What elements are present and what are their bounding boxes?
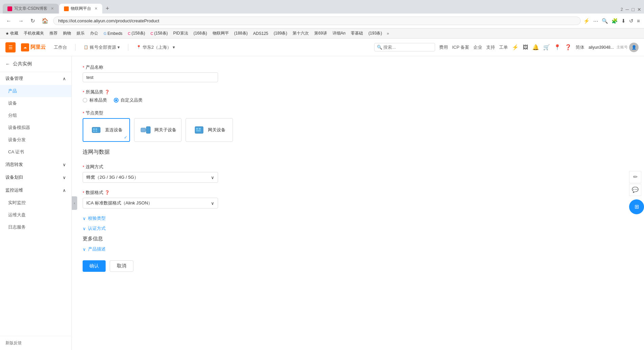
avatar[interactable]: 👤	[629, 43, 639, 52]
sidebar-section-title-device-mgmt[interactable]: 设备管理 ∧	[0, 72, 71, 85]
bookmark-office[interactable]: 办公	[88, 30, 100, 37]
bookmark-favorites[interactable]: ★ 收藏	[3, 30, 20, 37]
cancel-button[interactable]: 取消	[110, 260, 133, 272]
radio-standard-category[interactable]: 标准品类	[83, 97, 107, 103]
product-name-input[interactable]	[83, 72, 218, 82]
bookmark-193[interactable]: (193条)	[366, 30, 384, 37]
float-grid-btn[interactable]: ⊞	[629, 199, 644, 214]
hamburger-menu-btn[interactable]: ☰	[5, 42, 16, 52]
forward-nav-btn[interactable]: →	[16, 17, 26, 25]
sidebar-item-distribution[interactable]: 设备分发	[0, 134, 71, 146]
bookmark-158a[interactable]: C (158条)	[126, 30, 147, 37]
maximize-btn[interactable]: □	[632, 7, 635, 12]
sidebar-item-logs[interactable]: 日志服务	[0, 221, 71, 233]
support-link[interactable]: 支持	[486, 44, 495, 50]
location-nav-icon[interactable]: 📍	[554, 44, 561, 50]
data-format-help-icon[interactable]: ❓	[105, 190, 110, 195]
node-card-direct[interactable]: 直连设备	[83, 118, 130, 142]
picture-icon[interactable]: 🖼	[523, 44, 528, 50]
bookmark-iot[interactable]: 物联网平	[211, 30, 231, 37]
back-nav-btn[interactable]: ←	[4, 17, 14, 25]
sidebar-back-header[interactable]: ← 公共实例	[0, 56, 71, 72]
lang-label[interactable]: 简体	[576, 44, 584, 50]
address-input[interactable]	[53, 17, 581, 25]
help-icon[interactable]: ❓	[565, 44, 572, 50]
sidebar-item-realtime[interactable]: 实时监控	[0, 197, 71, 209]
new-tab-button[interactable]: +	[103, 4, 112, 14]
tab-csdn[interactable]: 写文章-CSDN博客 ✕	[3, 4, 59, 14]
home-btn[interactable]: 🏠	[40, 17, 50, 25]
workorder-link[interactable]: 工单	[499, 44, 508, 50]
workspace-nav[interactable]: 工作台	[51, 43, 70, 52]
network-select[interactable]: 蜂窝（2G / 3G / 4G / 5G） ∨	[83, 172, 218, 183]
bookmarks-more[interactable]: »	[387, 31, 389, 36]
bookmark-shop[interactable]: 购物	[61, 30, 73, 37]
extensions-icon[interactable]: 🧩	[611, 18, 618, 24]
tab-close-csdn[interactable]: ✕	[51, 6, 54, 11]
radio-custom-category[interactable]: 自定义品类	[114, 97, 143, 103]
back-arrow-icon: ←	[5, 61, 10, 67]
bookmark-recommend[interactable]: 推荐	[47, 30, 60, 37]
bookmark-an[interactable]: 详细An	[330, 30, 348, 37]
sidebar-item-device[interactable]: 设备	[0, 97, 71, 109]
region-nav[interactable]: 📍 华东2（上海） ▾	[134, 43, 178, 52]
refresh-btn[interactable]: ↻	[28, 17, 37, 25]
user-info[interactable]: aliyun39048... 主账号 👤	[588, 43, 639, 52]
history-icon[interactable]: ↺	[629, 18, 634, 24]
new-feedback-btn[interactable]: 新版反馈	[5, 341, 22, 345]
new-feedback-container: 新版反馈	[0, 336, 71, 350]
verify-type-row[interactable]: ∨ 校验类型	[83, 215, 633, 221]
tab-iot[interactable]: 物联网平台 ✕	[59, 4, 102, 14]
download-icon[interactable]: ⬇	[621, 18, 626, 24]
float-edit-btn[interactable]: ✏	[629, 171, 641, 183]
close-btn[interactable]: ✕	[637, 7, 641, 12]
minimize-btn[interactable]: ─	[626, 7, 629, 12]
bookmark-189[interactable]: (189条)	[272, 30, 289, 37]
float-chat-btn[interactable]: 💬	[629, 184, 641, 196]
account-nav[interactable]: 📋 账号全部资源 ▾	[81, 43, 123, 52]
bookmark-168[interactable]: (168条)	[192, 30, 209, 37]
more-icon[interactable]: ⋯	[593, 18, 598, 24]
confirm-button[interactable]: 确认	[83, 260, 106, 272]
sidebar-item-ops[interactable]: 运维大盘	[0, 209, 71, 221]
bookmark-16th[interactable]: 第十六次	[291, 30, 311, 37]
sidebar-section-title-monitor[interactable]: 监控运维 ∧	[0, 184, 71, 197]
icp-link[interactable]: ICP 备案	[452, 44, 469, 50]
node-card-gateway[interactable]: 网关设备	[186, 118, 233, 142]
search-icon[interactable]: 🔍	[602, 18, 608, 24]
bookmark-zero[interactable]: 零基础	[349, 30, 365, 37]
bookmark-pid[interactable]: PID算法	[171, 30, 190, 37]
sidebar-section-title-assign[interactable]: 设备划归 ∨	[0, 171, 71, 184]
lightning-nav-icon[interactable]: ⚡	[512, 44, 519, 50]
sidebar-section-monitor: 监控运维 ∧ 实时监控 运维大盘 日志服务	[0, 184, 71, 233]
bookmark-entertainment[interactable]: 娱乐	[74, 30, 87, 37]
node-card-gateway-sub[interactable]: 网关子设备	[134, 118, 181, 142]
product-desc-row[interactable]: ∨ 产品描述	[83, 246, 633, 252]
sidebar-item-product[interactable]: 产品	[0, 85, 71, 97]
sidebar-item-group[interactable]: 分组	[0, 109, 71, 122]
product-desc-label: 产品描述	[88, 246, 106, 252]
lightning-icon[interactable]: ⚡	[583, 18, 590, 24]
data-format-select[interactable]: ICA 标准数据格式（Alink JSON） ∨	[83, 198, 218, 209]
sidebar-item-simulator[interactable]: 设备模拟器	[0, 122, 71, 134]
sidebar-item-ca[interactable]: CA 证书	[0, 146, 71, 158]
bookmark-158b[interactable]: C (158条)	[149, 30, 170, 37]
logs-label: 日志服务	[8, 224, 26, 230]
top-search-input[interactable]	[374, 43, 435, 51]
bookmark-mobile[interactable]: 手机收藏夹	[22, 30, 46, 37]
menu-icon[interactable]: ≡	[637, 18, 640, 24]
cart-icon[interactable]: 🛒	[543, 44, 550, 50]
auth-method-row[interactable]: ∨ 认证方式	[83, 225, 633, 232]
category-help-icon[interactable]: ❓	[105, 90, 110, 94]
bookmark-embeds[interactable]: G Embeds	[102, 30, 125, 37]
enterprise-link[interactable]: 企业	[473, 44, 482, 50]
bell-icon[interactable]: 🔔	[532, 44, 539, 50]
tab-close-iot[interactable]: ✕	[94, 6, 98, 11]
bookmark-69[interactable]: 第69讲	[312, 30, 329, 37]
fees-link[interactable]: 费用	[439, 44, 448, 50]
sidebar-collapse-btn[interactable]: ‹	[72, 196, 77, 210]
bookmark-ads[interactable]: ADS125	[251, 30, 271, 37]
bookmark-188[interactable]: (188条)	[232, 30, 250, 37]
product-label: 产品	[8, 88, 17, 94]
sidebar-section-title-msg[interactable]: 消息转发 ∨	[0, 158, 71, 171]
